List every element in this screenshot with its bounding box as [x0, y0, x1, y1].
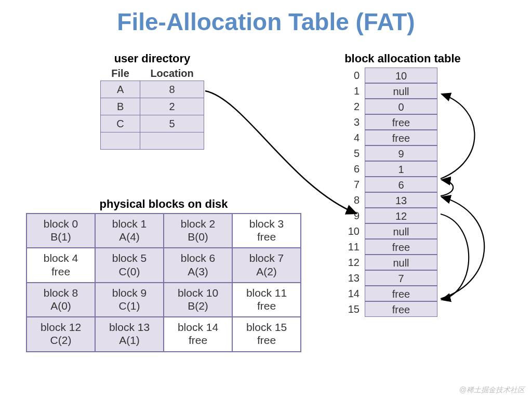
block-id: block 6 — [164, 251, 232, 264]
block-id: block 15 — [233, 321, 300, 334]
bat-index: 2 — [338, 101, 362, 113]
block-content: C(0) — [96, 265, 163, 278]
bat-value: 13 — [365, 192, 437, 208]
bat-value: 9 — [365, 145, 437, 161]
physical-block-cell: block 13A(1) — [95, 317, 164, 351]
userdir-file: A — [101, 81, 140, 98]
block-content: B(2) — [164, 299, 232, 312]
block-id: block 14 — [164, 321, 232, 334]
block-id: block 7 — [233, 251, 300, 264]
bat-index: 7 — [338, 179, 362, 191]
block-content: free — [164, 334, 232, 347]
userdir-header-file: File — [101, 66, 140, 81]
block-content: A(0) — [27, 299, 95, 312]
physical-block-cell: block 6A(3) — [164, 248, 232, 282]
block-id: block 0 — [27, 217, 95, 230]
physical-block-cell: block 3free — [232, 214, 301, 248]
physical-block-cell: block 11free — [232, 283, 301, 317]
block-content: B(0) — [164, 230, 232, 243]
user-directory: user directory File Location A 8 B 2 C 5 — [100, 52, 204, 150]
block-content: A(2) — [233, 265, 300, 278]
block-id: block 1 — [96, 217, 163, 230]
bat-value: free — [365, 114, 437, 130]
bat-value: free — [365, 239, 437, 255]
userdir-header-location: Location — [140, 66, 204, 81]
bat-index: 8 — [338, 194, 362, 206]
block-content: free — [233, 334, 300, 347]
table-row — [101, 132, 204, 150]
bat-index: 4 — [338, 132, 362, 144]
bat-value: free — [365, 301, 437, 317]
bat-value: null — [365, 83, 437, 99]
bat-index: 14 — [338, 288, 362, 300]
physical-block-cell: block 0B(1) — [26, 214, 95, 248]
bat-index: 9 — [338, 210, 362, 222]
block-id: block 12 — [27, 321, 95, 334]
table-row: B 2 — [101, 98, 204, 115]
physical-block-cell: block 15free — [232, 317, 301, 351]
bat-value: null — [365, 223, 437, 239]
physical-block-cell: block 2B(0) — [164, 214, 232, 248]
block-content: free — [27, 265, 95, 278]
block-content: A(1) — [96, 334, 163, 347]
arrow-userdir-to-bat8 — [205, 91, 356, 214]
bat-value: 1 — [365, 161, 437, 177]
physical-block-cell: block 7A(2) — [232, 248, 301, 282]
userdir-loc: 5 — [140, 115, 204, 132]
bat-index: 15 — [338, 303, 362, 315]
physical-block-cell: block 4free — [26, 248, 95, 282]
bat-value: free — [365, 286, 437, 301]
block-id: block 3 — [233, 217, 300, 230]
bat-value: 12 — [365, 208, 437, 223]
physical-blocks-label: physical blocks on disk — [26, 197, 301, 211]
block-content: B(1) — [27, 230, 95, 243]
bat-index: 6 — [338, 163, 362, 175]
bat-label: block allocation table — [338, 52, 468, 65]
physical-block-cell: block 12C(2) — [26, 317, 95, 351]
bat-index: 0 — [338, 70, 362, 82]
physical-block-cell: block 5C(0) — [95, 248, 164, 282]
physical-block-cell: block 8A(0) — [26, 283, 95, 317]
physical-block-cell: block 10B(2) — [164, 283, 232, 317]
userdir-file — [101, 132, 140, 150]
block-id: block 4 — [27, 251, 95, 264]
user-directory-label: user directory — [100, 52, 204, 65]
userdir-file: B — [101, 98, 140, 115]
block-id: block 13 — [96, 321, 163, 334]
block-content: C(1) — [96, 299, 163, 312]
table-row: C 5 — [101, 115, 204, 132]
physical-block-cell: block 1A(4) — [95, 214, 164, 248]
block-id: block 11 — [233, 286, 300, 299]
userdir-loc: 8 — [140, 81, 204, 98]
userdir-loc: 2 — [140, 98, 204, 115]
bat-index: 10 — [338, 225, 362, 237]
bat-value: 7 — [365, 270, 437, 286]
bat-index: 1 — [338, 85, 362, 97]
bat-value: 10 — [365, 68, 437, 83]
bat-value: null — [365, 255, 437, 270]
page-title: File-Allocation Table (FAT) — [0, 8, 532, 36]
userdir-loc — [140, 132, 204, 150]
bat-value: free — [365, 130, 437, 145]
bat-index: 13 — [338, 272, 362, 284]
bat-value: 6 — [365, 177, 437, 192]
block-id: block 9 — [96, 286, 163, 299]
physical-block-cell: block 9C(1) — [95, 283, 164, 317]
bat-index: 3 — [338, 116, 362, 128]
physical-block-cell: block 14free — [164, 317, 232, 351]
physical-blocks: physical blocks on disk block 0B(1)block… — [26, 197, 301, 352]
block-content: C(2) — [27, 334, 95, 347]
table-row: A 8 — [101, 81, 204, 98]
block-id: block 5 — [96, 251, 163, 264]
block-id: block 2 — [164, 217, 232, 230]
block-id: block 8 — [27, 286, 95, 299]
bat-index: 11 — [338, 241, 362, 253]
block-content: A(4) — [96, 230, 163, 243]
user-directory-table: File Location A 8 B 2 C 5 — [100, 66, 204, 150]
block-id: block 10 — [164, 286, 232, 299]
physical-blocks-grid: block 0B(1)block 1A(4)block 2B(0)block 3… — [26, 213, 301, 352]
userdir-file: C — [101, 115, 140, 132]
bat-value: 0 — [365, 99, 437, 114]
block-content: A(3) — [164, 265, 232, 278]
watermark: @稀土掘金技术社区 — [459, 385, 525, 395]
